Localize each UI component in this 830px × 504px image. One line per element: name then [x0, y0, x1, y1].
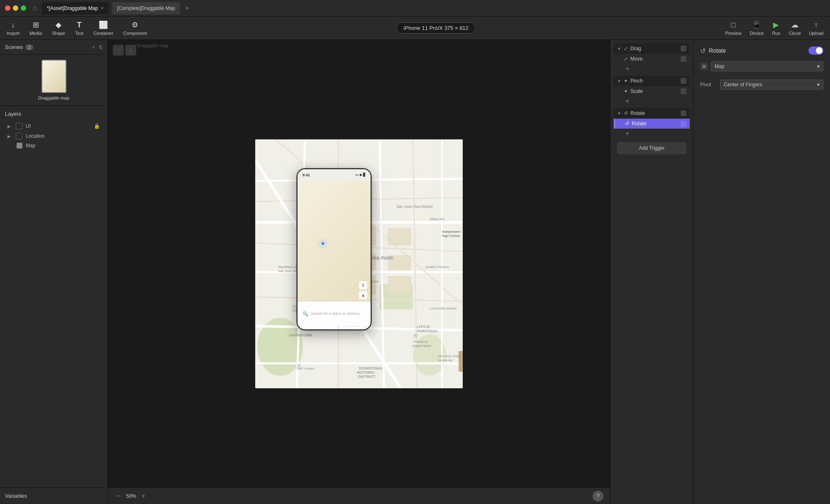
drag-checkbox[interactable]: [681, 46, 686, 51]
zoom-out-button[interactable]: −: [115, 492, 123, 500]
maximize-button[interactable]: [21, 5, 26, 11]
close-button[interactable]: [5, 5, 10, 11]
scale-checkbox[interactable]: [681, 88, 686, 94]
toolbar-upload[interactable]: ↑ Upload: [809, 21, 823, 36]
phone-signal-icons: ▪▪▪ ▶ ▊: [355, 173, 366, 177]
tab-asset-draggable[interactable]: *[Asset]Draggable Map ✕: [42, 2, 109, 15]
toolbar-import[interactable]: ↓ Import: [7, 21, 20, 36]
svg-text:San Jose State: San Jose State: [438, 354, 461, 358]
upload-label: Upload: [809, 31, 823, 36]
layers-header: Layers: [5, 111, 103, 117]
pivot-select[interactable]: Center of Fingers ▾: [720, 80, 823, 90]
nav-forward-button[interactable]: ›: [125, 45, 136, 56]
toolbar-media[interactable]: ⊞ Media: [29, 20, 42, 36]
toolbar-component[interactable]: ⚙ Component: [123, 20, 147, 36]
scene-label: Draggable map: [38, 95, 69, 100]
pivot-value: Center of Fingers: [724, 82, 762, 88]
drag-title: Drag: [630, 46, 678, 51]
layer-frame-icon: [16, 123, 22, 129]
toolbar-import-label: Import: [7, 31, 20, 36]
canvas-content[interactable]: ‹ › Draggable map: [108, 40, 610, 487]
move-checkbox[interactable]: [681, 56, 686, 62]
layer-item-map[interactable]: Map: [5, 141, 103, 150]
scenes-actions: + ⇅: [92, 44, 103, 50]
layer-item-location[interactable]: ▶ Location: [5, 131, 103, 141]
trigger-item-scale[interactable]: ✦ Scale: [614, 86, 690, 96]
trigger-section: ▼ ⤢ Drag ⤢ Move + ▼ ✦ Pinch: [610, 40, 693, 161]
rotate-add-button[interactable]: +: [614, 129, 690, 139]
phone-time: 9:41: [303, 173, 310, 177]
variables-section: Variables: [0, 487, 107, 504]
pinch-add-button[interactable]: +: [614, 96, 690, 106]
svg-text:San Jose Flea Market: San Jose Flea Market: [396, 205, 433, 209]
layer-image-icon: [17, 143, 22, 149]
add-tab-button[interactable]: +: [185, 5, 189, 12]
toolbar-right: □ Preview 📱 Device ▶ Run ☁ Cloud ↑ Uploa…: [725, 20, 823, 36]
layer-expand-icon[interactable]: ▶: [7, 124, 12, 129]
toolbar-cloud[interactable]: ☁ Cloud: [788, 20, 801, 36]
pinch-icon: ✦: [624, 78, 628, 84]
rotate-title: Rotate: [630, 110, 678, 116]
device-selector[interactable]: iPhone 11 Pro/X 375 × 812: [396, 22, 475, 34]
toolbar-shape[interactable]: ◆ Shape: [52, 20, 65, 36]
pinch-checkbox[interactable]: [681, 78, 686, 84]
svg-text:Chaparral: Chaparral: [413, 340, 427, 343]
svg-text:La Estrella Market: La Estrella Market: [430, 307, 456, 310]
svg-text:DOWNTOWN: DOWNTOWN: [359, 366, 382, 370]
toolbar-container[interactable]: ⬜ Container: [93, 20, 113, 36]
home-icon[interactable]: ⌂: [33, 5, 37, 12]
preview-label: Preview: [725, 31, 741, 36]
toolbar-device[interactable]: 📱 Device: [750, 20, 764, 36]
trigger-item-rotate[interactable]: ↺ Rotate: [614, 119, 690, 129]
layer-item-ui[interactable]: ▶ UI 🔒: [5, 121, 103, 131]
phone-info-button[interactable]: ℹ: [359, 281, 367, 290]
zoom-in-button[interactable]: +: [139, 492, 148, 500]
toolbar-run[interactable]: ▶ Run: [772, 20, 780, 36]
rotate-trigger-checkbox[interactable]: [681, 110, 686, 116]
target-icon: ⊞: [700, 63, 708, 70]
move-icon: ⤢: [624, 56, 628, 62]
phone-frame: 9:41 ▪▪▪ ▶ ▊ ℹ ▲ 🔍 Search for a place o: [297, 168, 371, 330]
add-trigger-button[interactable]: Add Trigger: [617, 142, 686, 154]
rotate-target-row: ⊞ Map ▾: [700, 61, 823, 71]
trigger-item-move[interactable]: ⤢ Move: [614, 54, 690, 64]
tab-complete-draggable[interactable]: [Complete]Draggable Map: [112, 2, 180, 15]
map-background: Alura Inn Domino's Independent High Scho…: [255, 139, 463, 388]
rotate-toggle[interactable]: [808, 46, 823, 55]
drag-add-button[interactable]: +: [614, 64, 690, 74]
layer-expand-icon[interactable]: ▶: [7, 134, 12, 139]
forward-arrow-icon: ›: [130, 47, 132, 53]
rotate-target-select[interactable]: Map ▾: [711, 61, 823, 71]
scenes-sort-icon[interactable]: ⇅: [98, 44, 103, 50]
back-arrow-icon: ‹: [117, 47, 119, 53]
svg-text:🛒: 🛒: [413, 333, 418, 338]
svg-text:JAPANTOWN: JAPANTOWN: [288, 333, 312, 337]
toolbar-text[interactable]: T Text: [75, 21, 83, 36]
svg-text:HISTORIC: HISTORIC: [357, 370, 375, 375]
shape-icon: ◆: [56, 20, 61, 29]
trigger-pinch-header[interactable]: ▼ ✦ Pinch: [614, 75, 690, 86]
tab-close-icon[interactable]: ✕: [100, 6, 104, 10]
run-label: Run: [772, 31, 780, 36]
text-icon: T: [77, 21, 82, 29]
scenes-add-icon[interactable]: +: [92, 44, 95, 50]
pinch-title: Pinch: [630, 78, 678, 84]
trigger-rotate-header[interactable]: ▼ ↺ Rotate: [614, 108, 690, 119]
lock-icon: 🔒: [94, 123, 100, 129]
trigger-drag-header[interactable]: ▼ ⤢ Drag: [614, 43, 690, 54]
scale-label: Scale: [630, 88, 678, 94]
phone-search-placeholder[interactable]: Search for a place or address: [311, 312, 360, 316]
help-button[interactable]: ?: [593, 491, 603, 502]
nav-back-button[interactable]: ‹: [113, 45, 124, 56]
pivot-row: Pivot Center of Fingers ▾: [700, 80, 823, 90]
device-selector-label: iPhone 11 Pro/X 375 × 812: [403, 25, 468, 31]
minimize-button[interactable]: [13, 5, 18, 11]
toolbar-preview[interactable]: □ Preview: [725, 21, 741, 36]
phone-compass-button[interactable]: ▲: [359, 291, 367, 299]
scene-thumbnail[interactable]: Draggable map: [0, 55, 107, 105]
toolbar-container-label: Container: [93, 31, 113, 36]
move-label: Move: [630, 56, 678, 62]
rotate-item-checkbox[interactable]: [681, 121, 686, 127]
title-bar: ⌂ *[Asset]Draggable Map ✕ [Complete]Drag…: [0, 0, 830, 17]
rotate-trigger-icon: ↺: [624, 110, 628, 116]
